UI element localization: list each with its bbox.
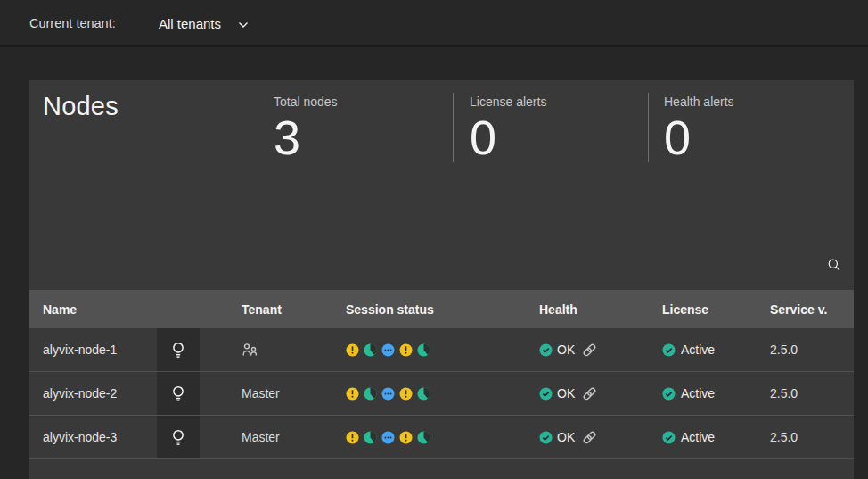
- stat-value: 0: [470, 112, 496, 162]
- column-header-service-version: Service v.: [758, 290, 854, 328]
- node-service-version: 2.5.0: [758, 328, 854, 371]
- node-name: alyvix-node-1: [29, 328, 157, 371]
- checkmark-filled-icon: [662, 387, 676, 401]
- column-header-name: Name: [29, 290, 157, 328]
- current-tenant-label: Current tenant:: [29, 16, 116, 30]
- incomplete-icon: [417, 343, 430, 357]
- health-status-text: OK: [557, 386, 575, 401]
- lightbulb-icon: [169, 341, 187, 359]
- column-header-health: Health: [528, 290, 651, 328]
- session-status-icons: [346, 416, 528, 458]
- in-progress-icon: [381, 343, 395, 357]
- node-license: Active: [651, 328, 758, 371]
- chevron-down-icon: [237, 19, 250, 31]
- node-health: OK: [528, 372, 651, 415]
- incomplete-icon: [417, 387, 430, 401]
- lightbulb-icon: [169, 384, 187, 402]
- warning-icon: [399, 431, 413, 444]
- link-icon[interactable]: [582, 343, 597, 358]
- stat-divider: [648, 93, 649, 162]
- session-status-icons: [346, 372, 528, 415]
- stat-value: 0: [664, 112, 691, 162]
- node-license: Active: [651, 416, 758, 458]
- incomplete-icon: [364, 431, 377, 444]
- nodes-table: Name Tenant Session status Health Licens…: [29, 290, 854, 479]
- node-service-version: 2.5.0: [758, 416, 854, 458]
- node-tenant: Master: [200, 372, 346, 415]
- users-multiple-icon: [242, 342, 258, 359]
- health-status-text: OK: [557, 430, 575, 444]
- checkmark-filled-icon: [539, 431, 553, 444]
- stat-label: Health alerts: [664, 95, 734, 109]
- stat-value: 3: [274, 112, 300, 162]
- checkmark-filled-icon: [539, 387, 553, 401]
- in-progress-icon: [381, 431, 395, 444]
- warning-icon: [346, 387, 359, 401]
- table-empty-row: [29, 459, 854, 479]
- node-tenant: Master: [200, 416, 346, 458]
- license-status-text: Active: [681, 386, 715, 401]
- checkmark-filled-icon: [662, 431, 676, 444]
- tenant-dropdown[interactable]: All tenants: [143, 7, 267, 40]
- checkmark-filled-icon: [539, 343, 553, 357]
- column-header-session-status: Session status: [346, 290, 528, 328]
- node-light-button[interactable]: [157, 328, 200, 371]
- node-name: alyvix-node-3: [29, 416, 157, 458]
- node-light-button[interactable]: [157, 416, 200, 458]
- link-icon[interactable]: [582, 430, 597, 445]
- column-header-tenant: Tenant: [200, 290, 346, 328]
- incomplete-icon: [364, 387, 377, 401]
- column-header-license: License: [651, 290, 758, 328]
- checkmark-filled-icon: [662, 343, 676, 357]
- node-service-version: 2.5.0: [758, 372, 854, 415]
- page-title: Nodes: [43, 92, 119, 121]
- table-row[interactable]: alyvix-node-1: [29, 328, 854, 372]
- stat-divider: [453, 93, 454, 162]
- search-icon: [827, 258, 841, 272]
- incomplete-icon: [417, 431, 430, 444]
- column-header-spacer: [157, 290, 200, 328]
- warning-icon: [346, 343, 359, 357]
- link-icon[interactable]: [582, 386, 597, 401]
- node-light-button[interactable]: [157, 372, 200, 415]
- node-name: alyvix-node-2: [29, 372, 157, 415]
- license-status-text: Active: [681, 343, 715, 357]
- warning-icon: [399, 387, 413, 401]
- node-tenant: [200, 328, 346, 371]
- table-row[interactable]: alyvix-node-2 Master OK: [29, 372, 854, 416]
- node-license: Active: [651, 372, 758, 415]
- nodes-panel: Nodes Total nodes 3 License alerts 0 Hea…: [29, 80, 854, 479]
- license-status-text: Active: [681, 430, 715, 444]
- in-progress-icon: [381, 387, 395, 401]
- table-header-row: Name Tenant Session status Health Licens…: [29, 290, 854, 328]
- table-row[interactable]: alyvix-node-3 Master OK: [29, 416, 854, 459]
- node-health: OK: [528, 416, 651, 458]
- node-health: OK: [528, 328, 651, 371]
- lightbulb-icon: [169, 428, 187, 446]
- session-status-icons: [346, 328, 528, 371]
- health-status-text: OK: [557, 343, 575, 357]
- warning-icon: [346, 431, 359, 444]
- incomplete-icon: [364, 343, 377, 357]
- tenant-dropdown-value: All tenants: [159, 16, 221, 31]
- stat-label: License alerts: [470, 95, 546, 109]
- warning-icon: [399, 343, 413, 357]
- top-bar: Current tenant: All tenants: [0, 0, 868, 47]
- search-button[interactable]: [820, 251, 848, 279]
- stat-label: Total nodes: [274, 95, 338, 109]
